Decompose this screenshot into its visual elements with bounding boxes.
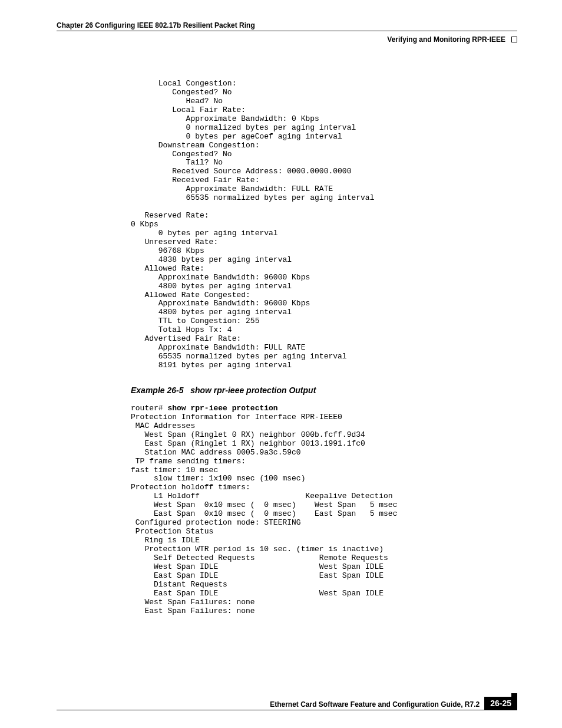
section-box-icon: [511, 37, 517, 42]
example-caption: show rpr-ieee protection Output: [190, 386, 316, 395]
footer-marker-icon: [511, 693, 517, 699]
section-header: Verifying and Monitoring RPR-IEEE: [387, 35, 505, 44]
cmd-output: Protection Information for Interface RPR…: [131, 413, 397, 615]
code-block-2: router# show rpr-ieee protection Protect…: [131, 404, 517, 616]
example-number: Example 26-5: [131, 386, 184, 395]
chapter-header: Chapter 26 Configuring IEEE 802.17b Resi…: [57, 21, 517, 31]
example-title: Example 26-5 show rpr-ieee protection Ou…: [131, 386, 517, 395]
footer-guide-title: Ethernet Card Software Feature and Confi…: [57, 700, 484, 710]
code-block-1: Local Congestion: Congested? No Head? No…: [131, 80, 517, 370]
cmd-prompt: router#: [131, 404, 167, 413]
cmd-command: show rpr-ieee protection: [167, 404, 277, 413]
page-footer: Ethernet Card Software Feature and Confi…: [57, 697, 517, 710]
